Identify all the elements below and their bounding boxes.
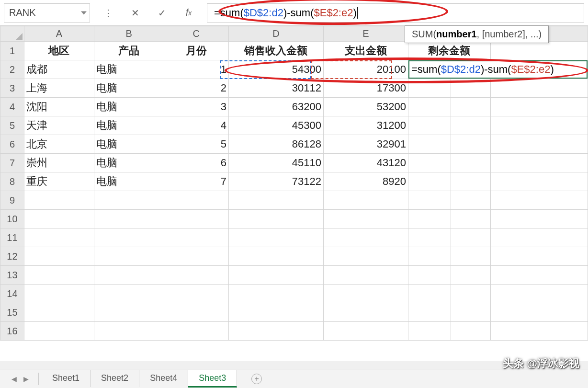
cell-D3[interactable]: 30112	[229, 79, 324, 98]
row-header-11[interactable]: 11	[0, 228, 24, 247]
row-header-9[interactable]: 9	[0, 191, 24, 210]
row-header-14[interactable]: 14	[0, 285, 24, 303]
cell-A3[interactable]: 上海	[24, 79, 94, 98]
cell-A5[interactable]: 天津	[24, 116, 94, 135]
cell-B8[interactable]: 电脑	[94, 172, 164, 191]
cell-D2[interactable]: 54300	[229, 60, 324, 79]
cell-A16[interactable]	[24, 322, 94, 341]
arrow-right-icon[interactable]: ▶	[23, 375, 29, 383]
cell-C13[interactable]	[164, 266, 228, 285]
col-header-C[interactable]: C	[164, 26, 228, 42]
cell-H3[interactable]	[490, 79, 588, 98]
cell-F14[interactable]	[408, 285, 451, 303]
select-all-corner[interactable]	[0, 26, 24, 42]
cell-G8[interactable]	[451, 172, 490, 191]
cell-D4[interactable]: 63200	[229, 98, 324, 116]
cell-G11[interactable]	[451, 228, 490, 247]
cell-H7[interactable]	[490, 154, 588, 172]
cell-B6[interactable]: 电脑	[94, 135, 164, 154]
cell-B2[interactable]: 电脑	[94, 60, 164, 79]
cell-F16[interactable]	[408, 322, 451, 341]
row-header-13[interactable]: 13	[0, 266, 24, 285]
cell-C11[interactable]	[164, 228, 228, 247]
fx-icon[interactable]: fx	[182, 6, 195, 20]
cell-A13[interactable]	[24, 266, 94, 285]
row-header-1[interactable]: 1	[0, 42, 24, 60]
sheet-tab-sheet2[interactable]: Sheet2	[90, 370, 139, 387]
cell-F2-editing[interactable]: =sum($D$2:d2)-sum($E$2:e2)	[408, 60, 588, 79]
row-header-12[interactable]: 12	[0, 247, 24, 266]
cell-D6[interactable]: 86128	[229, 135, 324, 154]
row-header-3[interactable]: 3	[0, 79, 24, 98]
cell-B15[interactable]	[94, 303, 164, 322]
cell-D8[interactable]: 73122	[229, 172, 324, 191]
cell-F10[interactable]	[408, 210, 451, 228]
cell-H6[interactable]	[490, 135, 588, 154]
cell-G9[interactable]	[451, 191, 490, 210]
cell-E4[interactable]: 53200	[323, 98, 408, 116]
cell-A12[interactable]	[24, 247, 94, 266]
cell-F6[interactable]	[408, 135, 451, 154]
cell-B3[interactable]: 电脑	[94, 79, 164, 98]
cell-C3[interactable]: 2	[164, 79, 228, 98]
cell-G5[interactable]	[451, 116, 490, 135]
cell-F9[interactable]	[408, 191, 451, 210]
row-header-8[interactable]: 8	[0, 172, 24, 191]
cell-B12[interactable]	[94, 247, 164, 266]
row-header-16[interactable]: 16	[0, 322, 24, 341]
cell-E6[interactable]: 32901	[323, 135, 408, 154]
cell-D10[interactable]	[229, 210, 324, 228]
cell-C8[interactable]: 7	[164, 172, 228, 191]
cell-E10[interactable]	[323, 210, 408, 228]
header-month[interactable]: 月份	[164, 42, 228, 60]
row-header-4[interactable]: 4	[0, 98, 24, 116]
col-header-A[interactable]: A	[24, 26, 94, 42]
cancel-icon[interactable]: ✕	[128, 6, 142, 20]
cell-C15[interactable]	[164, 303, 228, 322]
new-sheet-button[interactable]: +	[251, 374, 262, 384]
cell-E13[interactable]	[323, 266, 408, 285]
cell-G15[interactable]	[451, 303, 490, 322]
cell-E15[interactable]	[323, 303, 408, 322]
row-header-2[interactable]: 2	[0, 60, 24, 79]
col-header-E[interactable]: E	[323, 26, 408, 42]
cell-A11[interactable]	[24, 228, 94, 247]
col-header-F[interactable]: SUM(number1, [number2], ...)	[408, 26, 490, 42]
cell-E14[interactable]	[323, 285, 408, 303]
cell-E5[interactable]: 31200	[323, 116, 408, 135]
cell-B11[interactable]	[94, 228, 164, 247]
cell-A7[interactable]: 崇州	[24, 154, 94, 172]
cell-B14[interactable]	[94, 285, 164, 303]
arrow-left-icon[interactable]: ◀	[11, 375, 17, 383]
chevron-down-icon[interactable]	[81, 11, 87, 14]
header-region[interactable]: 地区	[24, 42, 94, 60]
sheet-tab-sheet1[interactable]: Sheet1	[42, 370, 90, 387]
formula-input[interactable]: =sum($D$2:d2)-sum($E$2:e2)	[207, 3, 584, 23]
header-expense[interactable]: 支出金额	[323, 42, 408, 60]
row-header-5[interactable]: 5	[0, 116, 24, 135]
cell-F4[interactable]	[408, 98, 451, 116]
cell-B13[interactable]	[94, 266, 164, 285]
cell-H5[interactable]	[490, 116, 588, 135]
cell-F15[interactable]	[408, 303, 451, 322]
cell-F12[interactable]	[408, 247, 451, 266]
header-product[interactable]: 产品	[94, 42, 164, 60]
cell-C9[interactable]	[164, 191, 228, 210]
cell-B4[interactable]: 电脑	[94, 98, 164, 116]
cell-D12[interactable]	[229, 247, 324, 266]
cell-D13[interactable]	[229, 266, 324, 285]
cell-G4[interactable]	[451, 98, 490, 116]
more-icon[interactable]: ⋮	[102, 6, 115, 20]
cell-G3[interactable]	[451, 79, 490, 98]
cell-H12[interactable]	[490, 247, 588, 266]
cell-G16[interactable]	[451, 322, 490, 341]
cell-H10[interactable]	[490, 210, 588, 228]
cell-E12[interactable]	[323, 247, 408, 266]
cell-G13[interactable]	[451, 266, 490, 285]
cell-H1[interactable]	[490, 42, 588, 60]
sheet-tab-sheet4[interactable]: Sheet4	[139, 370, 188, 387]
cell-G10[interactable]	[451, 210, 490, 228]
cell-H16[interactable]	[490, 322, 588, 341]
cell-B7[interactable]: 电脑	[94, 154, 164, 172]
cell-H9[interactable]	[490, 191, 588, 210]
